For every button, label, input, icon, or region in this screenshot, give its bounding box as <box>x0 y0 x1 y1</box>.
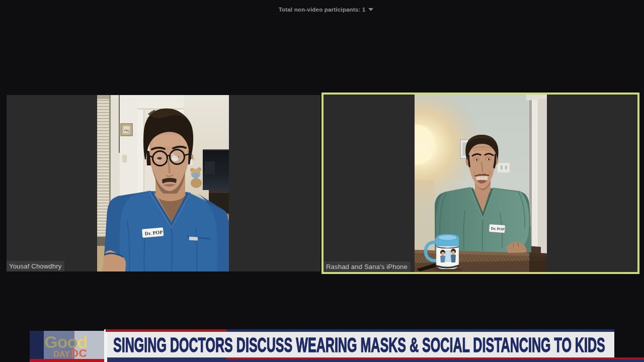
svg-text:Dr. POP: Dr. POP <box>491 226 505 232</box>
